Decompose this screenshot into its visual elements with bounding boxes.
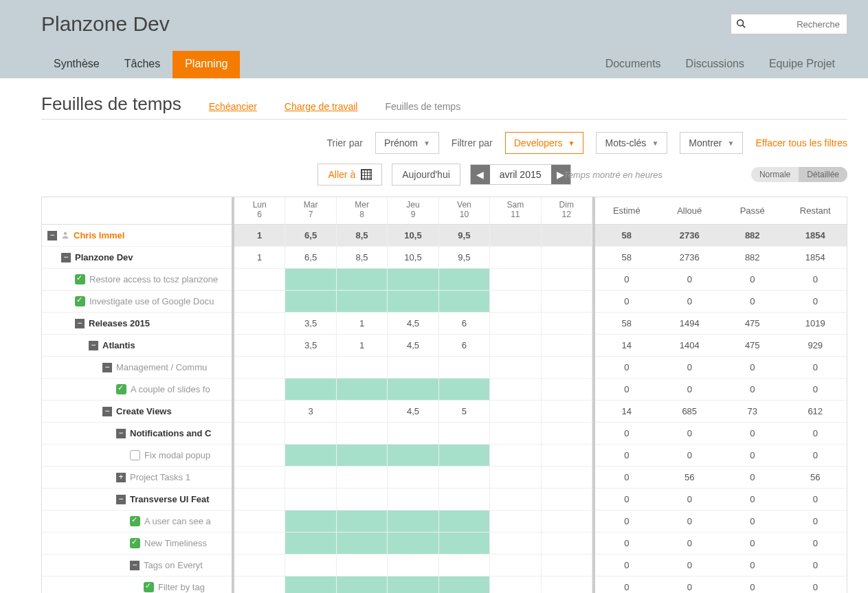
day-cell[interactable] — [388, 291, 438, 312]
day-cell[interactable] — [285, 269, 336, 290]
day-cell[interactable] — [542, 357, 592, 378]
day-cell[interactable]: 1 — [337, 313, 388, 334]
prev-arrow-icon[interactable]: ◀ — [471, 165, 490, 184]
day-cell[interactable] — [542, 555, 592, 576]
day-cell[interactable]: 1 — [234, 247, 285, 268]
day-cell[interactable] — [234, 313, 285, 334]
checkbox-icon[interactable] — [130, 516, 140, 526]
day-cell[interactable] — [542, 335, 592, 356]
day-cell[interactable] — [234, 269, 285, 290]
day-cell[interactable] — [490, 467, 541, 488]
today-button[interactable]: Aujourd'hui — [392, 164, 460, 186]
day-cell[interactable] — [388, 445, 438, 466]
day-cell[interactable] — [234, 335, 285, 356]
keywords-dropdown[interactable]: Mots-clés ▼ — [596, 132, 667, 154]
tree-row[interactable]: Chris Immel — [42, 225, 232, 247]
checkbox-icon[interactable] — [144, 582, 154, 592]
day-cell[interactable]: 6,5 — [285, 247, 336, 268]
view-normal[interactable]: Normale — [751, 167, 799, 182]
tree-row[interactable]: Project Tasks 1 — [42, 467, 232, 489]
day-cell[interactable] — [439, 489, 490, 510]
day-cell[interactable] — [337, 533, 388, 554]
day-cell[interactable] — [542, 467, 592, 488]
day-cell[interactable] — [439, 555, 490, 576]
search-input[interactable] — [731, 14, 847, 34]
day-cell[interactable] — [234, 379, 285, 400]
day-cell[interactable]: 10,5 — [388, 225, 438, 246]
day-cell[interactable]: 4,5 — [388, 335, 438, 356]
collapse-icon[interactable] — [89, 341, 98, 350]
day-cell[interactable]: 8,5 — [337, 225, 388, 246]
day-cell[interactable] — [439, 445, 490, 466]
day-cell[interactable] — [285, 379, 336, 400]
day-cell[interactable] — [388, 511, 438, 532]
day-cell[interactable] — [234, 533, 285, 554]
day-cell[interactable] — [542, 401, 592, 422]
day-cell[interactable] — [490, 291, 541, 312]
collapse-icon[interactable] — [130, 561, 140, 570]
collapse-icon[interactable] — [75, 319, 85, 328]
view-detailed[interactable]: Détaillée — [799, 167, 847, 182]
day-cell[interactable]: 5 — [439, 401, 490, 422]
checkbox-icon[interactable] — [75, 296, 85, 306]
day-cell[interactable] — [337, 269, 388, 290]
day-cell[interactable] — [388, 357, 438, 378]
day-cell[interactable] — [388, 489, 438, 510]
collapse-icon[interactable] — [47, 231, 57, 240]
day-cell[interactable]: 6 — [439, 313, 490, 334]
day-cell[interactable]: 9,5 — [439, 247, 490, 268]
day-cell[interactable] — [490, 379, 541, 400]
day-cell[interactable] — [234, 489, 285, 510]
day-cell[interactable] — [285, 533, 336, 554]
day-cell[interactable]: 6,5 — [285, 225, 336, 246]
day-cell[interactable] — [388, 577, 438, 593]
subnav-item[interactable]: Echéancier — [209, 101, 257, 112]
day-cell[interactable]: 10,5 — [388, 247, 438, 268]
day-cell[interactable] — [542, 379, 592, 400]
nav-item-synthèse[interactable]: Synthèse — [41, 51, 112, 78]
day-cell[interactable] — [285, 555, 336, 576]
tree-row[interactable]: Planzone Dev — [42, 247, 232, 269]
tree-row[interactable]: Investigate use of Google Docu — [42, 291, 232, 313]
tree-row[interactable]: Filter by tag — [42, 577, 232, 593]
day-cell[interactable] — [234, 291, 285, 312]
day-cell[interactable] — [439, 423, 490, 444]
day-cell[interactable]: 9,5 — [439, 225, 490, 246]
day-cell[interactable] — [542, 423, 592, 444]
checkbox-icon[interactable] — [130, 450, 140, 460]
day-cell[interactable]: 8,5 — [337, 247, 388, 268]
subnav-item[interactable]: Charge de travail — [285, 101, 358, 112]
day-cell[interactable] — [337, 401, 388, 422]
day-cell[interactable] — [234, 577, 285, 593]
day-cell[interactable] — [542, 445, 592, 466]
day-cell[interactable] — [490, 401, 541, 422]
day-cell[interactable] — [388, 555, 438, 576]
day-cell[interactable] — [388, 269, 438, 290]
day-cell[interactable] — [542, 247, 592, 268]
day-cell[interactable] — [388, 533, 438, 554]
day-cell[interactable] — [490, 555, 541, 576]
tree-row[interactable]: Atlantis — [42, 335, 232, 357]
day-cell[interactable] — [542, 489, 592, 510]
checkbox-icon[interactable] — [116, 384, 126, 394]
collapse-icon[interactable] — [102, 363, 112, 372]
checkbox-icon[interactable] — [75, 274, 85, 284]
day-cell[interactable] — [337, 511, 388, 532]
day-cell[interactable] — [490, 577, 541, 593]
day-cell[interactable] — [285, 445, 336, 466]
day-cell[interactable] — [285, 291, 336, 312]
day-cell[interactable] — [337, 467, 388, 488]
day-cell[interactable]: 1 — [337, 335, 388, 356]
day-cell[interactable] — [234, 401, 285, 422]
day-cell[interactable]: 3,5 — [285, 313, 336, 334]
day-cell[interactable] — [542, 269, 592, 290]
day-cell[interactable] — [490, 335, 541, 356]
day-cell[interactable] — [490, 269, 541, 290]
day-cell[interactable] — [234, 357, 285, 378]
filter-dropdown[interactable]: Developers ▼ — [505, 132, 584, 154]
day-cell[interactable] — [490, 247, 541, 268]
day-cell[interactable] — [285, 577, 336, 593]
day-cell[interactable] — [337, 423, 388, 444]
collapse-icon[interactable] — [61, 253, 71, 262]
day-cell[interactable] — [337, 291, 388, 312]
